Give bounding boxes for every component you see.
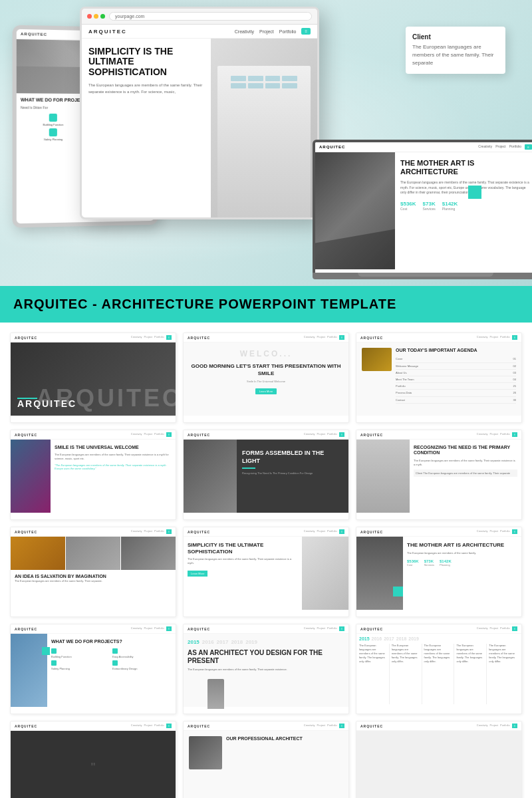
slide-card-13: ARQUITEC Creativity Project Portfolio ≡ … bbox=[10, 721, 176, 798]
agenda-item-cover: Cover01 bbox=[396, 356, 516, 362]
slide-welcome-btn[interactable]: Learn More bbox=[255, 388, 277, 394]
laptop-nav-btn[interactable]: ≡ bbox=[525, 144, 532, 150]
multiyear-2015: 2015 bbox=[359, 636, 370, 641]
laptop-stat-services: $73K Services bbox=[423, 201, 436, 211]
slide-7-nav-links: Creativity Project Portfolio ≡ bbox=[131, 529, 172, 534]
laptop-stat-cost: $536K Cost bbox=[400, 201, 416, 211]
slide-2-nav-links: Creativity Project Portfolio ≡ bbox=[304, 335, 344, 340]
hero-section: yourpage.com ARQUITEC Creativity Project… bbox=[0, 0, 532, 286]
slide-13-brand: ARQUITEC bbox=[15, 724, 37, 728]
slide-3-body: OUR TODAY'S IMPORTANT AGENDA Cover01 Wel… bbox=[356, 342, 521, 422]
slide-simplicity-layout: SIMPLICITY IS THE ULTIMATE SOPHISTICATIO… bbox=[184, 537, 348, 610]
browser-mockup: yourpage.com ARQUITEC Creativity Project… bbox=[80, 7, 319, 219]
idea-img-2 bbox=[66, 537, 120, 570]
slide-7-body: AN IDEA IS SALVATION BY IMAGINATION The … bbox=[11, 537, 176, 616]
browser-content: ARQUITEC Creativity Project Portfolio ≡ … bbox=[82, 25, 317, 219]
slide-mother-title: THE MOTHER ART IS ARCHITECTURE bbox=[407, 542, 517, 549]
slide-whatwedo-image bbox=[11, 634, 47, 707]
slide-8-brand: ARQUITEC bbox=[188, 530, 210, 534]
slide-12-nav: ARQUITEC Creativity Project Portfolio ≡ bbox=[356, 624, 521, 634]
slide-12-body: 2015 2016 2017 2018 2019 The European la… bbox=[356, 634, 521, 714]
slide-whatwedo-title: WHAT WE DO FOR PROJECTS? bbox=[51, 639, 172, 644]
slide-card-2: ARQUITEC Creativity Project Portfolio ≡ … bbox=[183, 332, 349, 423]
slide-welcome-sub: Smile In The Universal Welcome bbox=[189, 380, 343, 383]
slide-recognizing-client: Client The European languages are member… bbox=[414, 469, 517, 477]
window bbox=[248, 83, 263, 88]
slide-14-body: OUR PROFESSIONAL ARCHITECT bbox=[184, 731, 348, 798]
nav-menu-btn[interactable]: ≡ bbox=[301, 28, 311, 35]
site-nav-links: Creativity Project Portfolio ≡ bbox=[235, 28, 311, 35]
whatwedo-feature-safety: Safety Planning bbox=[51, 660, 110, 670]
browser-url: yourpage.com bbox=[109, 12, 312, 21]
site-right bbox=[211, 39, 317, 219]
slide-4-nav-links: Creativity Project Portfolio ≡ bbox=[131, 432, 172, 437]
slide-12-brand: ARQUITEC bbox=[360, 627, 383, 631]
agenda-item-process: Process Data26 bbox=[396, 390, 516, 396]
slide-timeline-years: 2015 2016 2017 2018 2019 bbox=[188, 639, 344, 645]
slide-12-nav-links: Creativity Project Portfolio ≡ bbox=[477, 626, 517, 631]
slide-card-14: ARQUITEC Creativity Project Portfolio ≡ … bbox=[183, 721, 349, 798]
laptop-stat-planning: $142K Planning bbox=[442, 201, 458, 211]
year-2017: 2017 bbox=[217, 639, 229, 645]
slide-15-brand: ARQUITEC bbox=[360, 724, 383, 728]
window bbox=[231, 83, 246, 88]
slide-6-body: RECOGNIZING THE NEED IS THE PRIMARY COND… bbox=[356, 440, 521, 519]
mother-stat-planning: $142K Planning bbox=[440, 559, 452, 567]
slide-dark-accent-line bbox=[17, 398, 37, 399]
slide-mother-layout: THE MOTHER ART IS ARCHITECTURE The Europ… bbox=[356, 537, 521, 610]
slide-2-brand: ARQUITEC bbox=[188, 336, 210, 340]
slide-5-nav-links: Creativity Project Portfolio ≡ bbox=[304, 432, 344, 437]
slide-quote-bg: " bbox=[11, 731, 176, 798]
slide-dark-bg: ARQUITEC ARQUITEC bbox=[11, 342, 176, 416]
services-label: Services bbox=[423, 207, 436, 211]
slide-smile-quote: "The European languages are members of t… bbox=[55, 464, 172, 470]
year-2015: 2015 bbox=[188, 639, 200, 645]
slide-5-body: FORMS ASSEMBLED IN THE LIGHT Recognizing… bbox=[184, 440, 348, 519]
slide-simplicity-content: SIMPLICITY IS THE ULTIMATE SOPHISTICATIO… bbox=[184, 537, 302, 610]
slide-smile-text: The European languages are members of th… bbox=[55, 453, 172, 461]
slide-recognizing-text: The European languages are members of th… bbox=[414, 459, 517, 467]
slide-simplicity-text: The European languages are members of th… bbox=[188, 557, 298, 565]
slide-timeline-title: AS AN ARCHITECT YOU DESIGN FOR THE PRESE… bbox=[188, 649, 344, 665]
idea-img-3 bbox=[121, 537, 176, 570]
slide-agenda-title: OUR TODAY'S IMPORTANT AGENDA bbox=[396, 348, 516, 353]
slide-simplicity-btn[interactable]: Learn More bbox=[188, 571, 207, 577]
slide-idea-layout: AN IDEA IS SALVATION BY IMAGINATION The … bbox=[11, 537, 176, 610]
window bbox=[231, 76, 246, 81]
slide-recognizing-image bbox=[356, 440, 410, 513]
slide-simplicity-image bbox=[302, 537, 348, 610]
agenda-item-team: Meet The Team04 bbox=[396, 376, 516, 383]
slide-2-nav: ARQUITEC Creativity Project Portfolio ≡ bbox=[184, 333, 348, 342]
nav-project: Project bbox=[259, 29, 274, 34]
slide-card-3: ARQUITEC Creativity Project Portfolio ≡ … bbox=[356, 332, 522, 423]
slide-mother-content: THE MOTHER ART IS ARCHITECTURE The Europ… bbox=[403, 537, 521, 610]
slide-mother-teal-accent bbox=[393, 587, 403, 597]
cost-label: Cost bbox=[400, 207, 416, 211]
browser-dots bbox=[87, 14, 105, 19]
client-text: The European languages are members of th… bbox=[412, 43, 499, 67]
tablet-feature-safety: Safety Planning bbox=[21, 128, 86, 141]
planning-value: $142K bbox=[442, 201, 458, 207]
building-windows bbox=[231, 76, 297, 88]
banner-section: ARQUITEC - ARCHITECTURE POWERPOINT TEMPL… bbox=[0, 286, 532, 323]
slide-idea-content: AN IDEA IS SALVATION BY IMAGINATION The … bbox=[11, 570, 176, 610]
slide-3-nav: ARQUITEC Creativity Project Portfolio ≡ bbox=[356, 333, 521, 342]
laptop-mockup: ARQUITEC Creativity Project Portfolio ≡ … bbox=[313, 140, 532, 279]
slide-welcome-content: GOOD MORNING LET'S START THIS PRESENTATI… bbox=[189, 363, 343, 395]
slide-idea-text: The European languages are members of th… bbox=[15, 579, 172, 583]
window bbox=[248, 76, 263, 81]
banner-title: ARQUITEC - ARCHITECTURE POWERPOINT TEMPL… bbox=[13, 297, 396, 312]
slide-9-body: THE MOTHER ART IS ARCHITECTURE The Europ… bbox=[356, 537, 521, 616]
nav-creativity: Creativity bbox=[235, 29, 254, 34]
browser-bar: yourpage.com bbox=[82, 9, 317, 25]
slide-multiyear-years: 2015 2016 2017 2018 2019 bbox=[359, 636, 519, 641]
site-left: SIMPLICITY IS THE ULTIMATE SOPHISTICATIO… bbox=[82, 39, 211, 219]
slide-agenda-list: Cover01 Welcome Message02 About Us03 Mee… bbox=[396, 356, 516, 403]
multiyear-2019: 2019 bbox=[408, 636, 419, 641]
slide-8-nav: ARQUITEC Creativity Project Portfolio ≡ bbox=[184, 527, 348, 537]
slide-timeline-layout: 2015 2016 2017 2018 2019 AS AN ARCHITECT… bbox=[184, 634, 348, 707]
year-2016: 2016 bbox=[202, 639, 214, 645]
slide-10-nav: ARQUITEC Creativity Project Portfolio ≡ bbox=[11, 624, 176, 634]
whatwedo-feature-design: Extraordinary Design bbox=[112, 660, 172, 670]
building-feature-icon bbox=[51, 648, 57, 654]
